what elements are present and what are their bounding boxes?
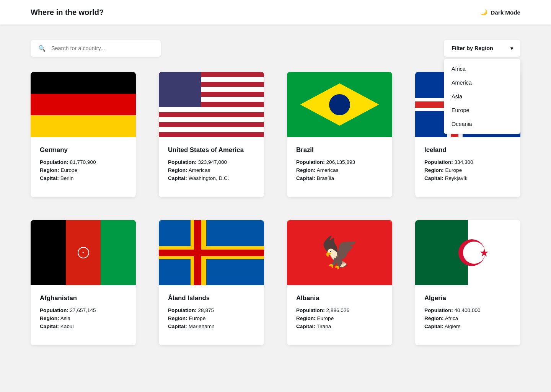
region-detail: Region: Europe [296,315,383,321]
flag-afghanistan: ✦ [31,220,136,285]
country-card-afghanistan[interactable]: ✦ Afghanistan Population: 27,657,145 Reg… [31,220,136,345]
site-title: Where in the world? [31,8,104,17]
main-content: 🔍 Filter by Region Africa America Asia E… [0,24,551,361]
region-detail: Region: Africa [424,315,511,321]
population-detail: Population: 323,947,000 [168,159,255,165]
country-card-usa[interactable]: United States of America Population: 323… [159,72,264,197]
capital-detail: Capital: Berlin [40,175,127,181]
region-detail: Region: Europe [168,315,255,321]
country-card-brazil[interactable]: Brazil Population: 206,135,893 Region: A… [287,72,392,197]
flag-albania: 🦅 [287,220,392,285]
capital-detail: Capital: Washington, D.C. [168,175,255,181]
population-detail: Population: 40,400,000 [424,307,511,313]
search-box: 🔍 [31,40,161,57]
header: Where in the world? 🌙 Dark Mode [0,0,551,24]
card-info-aland: Åland Islands Population: 28,875 Region:… [159,285,264,345]
population-detail: Population: 81,770,900 [40,159,127,165]
capital-detail: Capital: Mariehamn [168,323,255,329]
country-card-aland[interactable]: Åland Islands Population: 28,875 Region:… [159,220,264,345]
region-detail: Region: Europe [40,167,127,173]
card-info-germany: Germany Population: 81,770,900 Region: E… [31,137,136,197]
population-detail: Population: 28,875 [168,307,255,313]
card-info-brazil: Brazil Population: 206,135,893 Region: A… [287,137,392,197]
flag-germany [31,72,136,137]
moon-icon: 🌙 [480,9,487,16]
dropdown-item-america[interactable]: America [444,76,520,90]
flag-brazil [287,72,392,137]
country-card-albania[interactable]: 🦅 Albania Population: 2,886,026 Region: … [287,220,392,345]
region-detail: Region: Americas [296,167,383,173]
card-info-usa: United States of America Population: 323… [159,137,264,197]
card-info-iceland: Iceland Population: 334,300 Region: Euro… [415,137,520,197]
emblem-icon: ✦ [78,247,89,258]
country-name: Brazil [296,146,383,154]
country-name: United States of America [168,146,255,154]
card-info-algeria: Algeria Population: 40,400,000 Region: A… [415,285,520,345]
dropdown-menu: Africa America Asia Europe Oceania [444,59,520,134]
region-detail: Region: Americas [168,167,255,173]
population-detail: Population: 206,135,893 [296,159,383,165]
capital-detail: Capital: Brasília [296,175,383,181]
country-name: Åland Islands [168,294,255,302]
capital-detail: Capital: Tirana [296,323,383,329]
country-name: Afghanistan [40,294,127,302]
search-input[interactable] [51,45,153,51]
controls-bar: 🔍 Filter by Region Africa America Asia E… [31,40,520,57]
population-detail: Population: 334,300 [424,159,511,165]
population-detail: Population: 2,886,026 [296,307,383,313]
capital-detail: Capital: Kabul [40,323,127,329]
country-card-algeria[interactable]: ★ Algeria Population: 40,400,000 Region:… [415,220,520,345]
region-detail: Region: Europe [424,167,511,173]
dropdown-item-africa[interactable]: Africa [444,62,520,76]
country-name: Iceland [424,146,511,154]
country-name: Algeria [424,294,511,302]
country-name: Germany [40,146,127,154]
country-name: Albania [296,294,383,302]
dropdown-item-europe[interactable]: Europe [444,103,520,117]
card-info-afghanistan: Afghanistan Population: 27,657,145 Regio… [31,285,136,345]
capital-detail: Capital: Algiers [424,323,511,329]
flag-aland [159,220,264,285]
card-info-albania: Albania Population: 2,886,026 Region: Eu… [287,285,392,345]
filter-wrapper: Filter by Region Africa America Asia Eur… [444,40,520,57]
flag-usa [159,72,264,137]
country-card-germany[interactable]: Germany Population: 81,770,900 Region: E… [31,72,136,197]
dropdown-item-asia[interactable]: Asia [444,90,520,103]
dark-mode-label: Dark Mode [491,9,520,16]
filter-select[interactable]: Filter by Region Africa America Asia Eur… [444,40,520,57]
flag-algeria: ★ [415,220,520,285]
dropdown-item-oceania[interactable]: Oceania [444,117,520,131]
population-detail: Population: 27,657,145 [40,307,127,313]
search-icon: 🔍 [38,45,46,52]
region-detail: Region: Asia [40,315,127,321]
dark-mode-button[interactable]: 🌙 Dark Mode [480,9,520,16]
capital-detail: Capital: Reykjavík [424,175,511,181]
eagle-icon: 🦅 [321,237,359,268]
